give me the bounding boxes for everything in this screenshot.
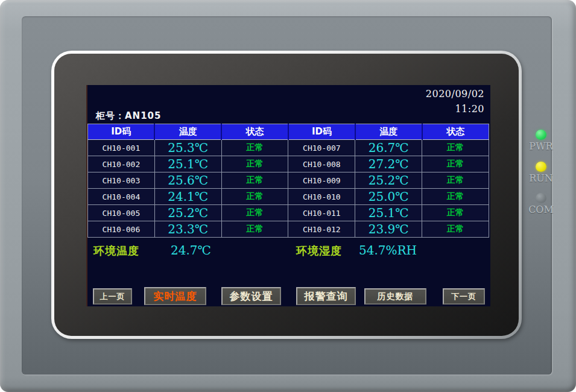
- channel-temp: 25.2℃: [355, 172, 422, 189]
- channel-temp: 24.1℃: [154, 189, 221, 205]
- run-led-icon: [536, 162, 546, 172]
- channel-id: CH10-007: [288, 140, 355, 156]
- channel-status: 正常: [221, 221, 288, 238]
- table-row: CH10-003 25.6℃ 正常 CH10-009 25.2℃ 正常: [88, 172, 489, 189]
- realtime-temperature-button[interactable]: 实时温度: [144, 287, 206, 305]
- time-text: 11:20: [455, 103, 484, 115]
- channel-id: CH10-010: [288, 189, 355, 205]
- table-row: CH10-001 25.3℃ 正常 CH10-007 26.7℃ 正常: [88, 140, 489, 156]
- prev-page-button[interactable]: 上一页: [93, 288, 132, 305]
- channel-status: 正常: [422, 140, 489, 156]
- channel-temp: 25.6℃: [154, 172, 221, 189]
- col-header-status: 状态: [422, 124, 489, 140]
- channel-id: CH10-008: [288, 156, 355, 172]
- ambient-temperature-value: 24.7℃: [171, 243, 211, 258]
- ambient-humidity-label: 环境湿度: [296, 244, 342, 258]
- table-row: CH10-004 24.1℃ 正常 CH10-010 25.0℃ 正常: [88, 189, 489, 205]
- channel-temp: 25.1℃: [154, 156, 221, 172]
- table-row: CH10-002 25.1℃ 正常 CH10-008 27.2℃ 正常: [88, 156, 489, 172]
- channel-temp: 27.2℃: [355, 156, 422, 172]
- channel-id: CH10-001: [88, 140, 155, 156]
- parameter-settings-button[interactable]: 参数设置: [221, 287, 281, 305]
- ambient-temperature-label: 环境温度: [93, 244, 139, 258]
- channel-status: 正常: [221, 156, 288, 172]
- history-data-button[interactable]: 历史数据: [364, 288, 426, 305]
- channel-status: 正常: [422, 172, 489, 189]
- channel-status: 正常: [221, 172, 288, 189]
- channel-temp: 26.7℃: [355, 140, 422, 156]
- power-led-label: PWR: [522, 141, 560, 152]
- date-text: 2020/09/02: [426, 88, 484, 100]
- col-header-id: ID码: [88, 124, 155, 140]
- channel-id: CH10-005: [88, 205, 155, 221]
- ambient-humidity-value: 54.7%RH: [359, 243, 417, 258]
- table-row: CH10-006 23.3℃ 正常 CH10-012 23.9℃ 正常: [88, 221, 489, 238]
- channel-status: 正常: [422, 189, 489, 205]
- hmi-device: 2020/09/02 11:20 柜号：AN105 ID码 温度 状态 ID码 …: [0, 0, 576, 392]
- col-header-id: ID码: [288, 124, 355, 140]
- channel-id: CH10-003: [88, 172, 155, 189]
- channel-temp: 25.0℃: [355, 189, 422, 205]
- channel-id: CH10-006: [88, 221, 155, 238]
- channel-id: CH10-009: [288, 172, 355, 189]
- alarm-query-button[interactable]: 报警查询: [296, 287, 356, 305]
- lcd-screen: 2020/09/02 11:20 柜号：AN105 ID码 温度 状态 ID码 …: [86, 85, 490, 306]
- col-header-temp: 温度: [154, 124, 221, 140]
- run-led-label: RUN: [522, 172, 560, 184]
- channel-temp: 23.9℃: [355, 221, 422, 238]
- com-led-icon: [536, 193, 546, 203]
- col-header-status: 状态: [221, 124, 288, 140]
- channel-temp: 25.2℃: [154, 205, 221, 221]
- table-header-row: ID码 温度 状态 ID码 温度 状态: [88, 124, 489, 140]
- channel-status: 正常: [221, 205, 288, 221]
- com-led-label: COM: [522, 204, 560, 215]
- channel-status: 正常: [221, 140, 288, 156]
- channel-temp: 23.3℃: [154, 221, 221, 238]
- channel-temperature-table: ID码 温度 状态 ID码 温度 状态 CH10-001 25.3℃ 正常 CH…: [87, 124, 489, 238]
- table-row: CH10-005 25.2℃ 正常 CH10-011 25.1℃ 正常: [88, 205, 489, 221]
- channel-temp: 25.1℃: [355, 205, 422, 221]
- channel-id: CH10-012: [288, 221, 355, 238]
- next-page-button[interactable]: 下一页: [443, 288, 485, 305]
- cabinet-number-label: 柜号：AN105: [96, 110, 161, 122]
- channel-status: 正常: [422, 205, 489, 221]
- channel-status: 正常: [422, 221, 489, 238]
- channel-status: 正常: [221, 189, 288, 205]
- channel-temp: 25.3℃: [154, 140, 221, 156]
- power-led-icon: [536, 130, 546, 140]
- channel-id: CH10-011: [288, 205, 355, 221]
- channel-id: CH10-004: [88, 189, 155, 205]
- channel-id: CH10-002: [88, 156, 155, 172]
- col-header-temp: 温度: [355, 124, 422, 140]
- channel-status: 正常: [422, 156, 489, 172]
